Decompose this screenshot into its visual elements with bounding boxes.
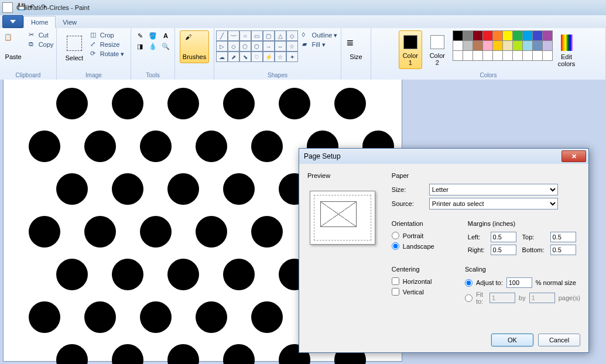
dialog-titlebar[interactable]: Page Setup ✕ <box>299 149 588 164</box>
fill-icon: ▰ <box>302 40 310 49</box>
paper-size-select[interactable]: Letter <box>429 184 558 195</box>
redo-icon[interactable]: ↷ <box>41 3 50 12</box>
paper-source-select[interactable]: Printer auto select <box>429 198 558 210</box>
margins-label: Margins (inches) <box>468 220 576 227</box>
fill-tool-icon[interactable]: 🪣 <box>148 30 158 41</box>
paper-label: Paper <box>392 172 580 179</box>
text-tool-icon[interactable]: A <box>160 30 171 41</box>
color-swatch[interactable] <box>453 40 463 51</box>
crop-icon: ◫ <box>90 31 98 39</box>
shape-outline-button[interactable]: ◊Outline ▾ <box>300 30 340 40</box>
fit-to-radio[interactable] <box>465 294 473 302</box>
color-swatch[interactable] <box>542 30 553 41</box>
margin-top-input[interactable] <box>550 232 576 242</box>
eraser-tool-icon[interactable]: ◨ <box>135 41 145 51</box>
copy-button[interactable]: ⧉Copy <box>27 40 56 49</box>
color-swatch[interactable] <box>463 50 473 61</box>
calibration-dot <box>84 216 116 248</box>
color-swatch[interactable] <box>482 30 493 41</box>
color-swatch[interactable] <box>502 30 513 41</box>
color-swatch[interactable] <box>463 30 473 41</box>
cut-button[interactable]: ✂Cut <box>27 30 56 40</box>
color-swatch[interactable] <box>532 50 543 61</box>
size-icon: ≡ <box>347 33 365 52</box>
calibration-dot <box>140 216 172 248</box>
group-clipboard: 📋 Paste ✂Cut ⧉Copy Clipboard <box>0 28 57 80</box>
brushes-button[interactable]: 🖌 Brushes <box>180 30 209 63</box>
adjust-to-input[interactable] <box>506 277 532 288</box>
calibration-dot <box>251 301 283 333</box>
portrait-radio[interactable] <box>392 232 399 239</box>
centering-label: Centering <box>392 266 447 273</box>
tab-view[interactable]: View <box>56 16 84 28</box>
color-swatch[interactable] <box>542 50 553 61</box>
calibration-dot <box>29 131 60 162</box>
crop-button[interactable]: ◫Crop <box>88 30 126 40</box>
color-swatch[interactable] <box>453 30 463 41</box>
color-swatch[interactable] <box>512 30 523 41</box>
calibration-dot <box>223 259 255 290</box>
save-icon[interactable]: 💾 <box>18 3 27 12</box>
pencil-tool-icon[interactable]: ✎ <box>135 30 145 41</box>
color-swatch[interactable] <box>502 50 513 61</box>
rotate-button[interactable]: ⟳Rotate ▾ <box>88 49 126 59</box>
margin-right-input[interactable] <box>491 245 516 255</box>
color-swatch[interactable] <box>482 50 493 61</box>
paste-button[interactable]: 📋 Paste <box>1 30 26 63</box>
calibration-dot <box>223 173 255 205</box>
magnifier-tool-icon[interactable]: 🔍 <box>160 41 171 51</box>
color-swatch[interactable] <box>532 40 543 51</box>
edit-colors-button[interactable]: Edit colors <box>555 30 578 70</box>
calibration-dot <box>140 131 172 162</box>
adjust-to-radio[interactable] <box>465 279 473 287</box>
color-swatch[interactable] <box>473 50 483 61</box>
color2-button[interactable]: Color 2 <box>426 30 449 69</box>
picker-tool-icon[interactable]: 💧 <box>148 41 158 51</box>
margin-left-input[interactable] <box>491 232 516 242</box>
size-button[interactable]: ≡ Size <box>344 30 368 63</box>
shape-fill-button[interactable]: ▰Fill ▾ <box>300 40 340 49</box>
group-image: Select ◫Crop ⤢Resize ⟳Rotate ▾ Image <box>57 28 131 80</box>
cancel-button[interactable]: Cancel <box>538 334 580 346</box>
center-vertical-check[interactable] <box>392 288 399 296</box>
color1-button[interactable]: Color 1 <box>399 30 422 69</box>
calibration-dot <box>167 173 199 205</box>
outline-icon: ◊ <box>302 31 310 39</box>
landscape-radio[interactable] <box>392 242 399 250</box>
shapes-gallery[interactable]: ╱〰○▭▢△◇ ▷◇⬠⬡→↔☆ ☁⬈⬊♡⚡☆✦ <box>216 30 297 61</box>
color-swatch[interactable] <box>482 40 493 51</box>
color-swatch[interactable] <box>453 50 463 61</box>
edit-colors-icon <box>561 35 573 51</box>
resize-button[interactable]: ⤢Resize <box>88 40 126 49</box>
color-swatch[interactable] <box>542 40 553 51</box>
color-swatch[interactable] <box>532 30 543 41</box>
select-button[interactable]: Select <box>61 30 87 64</box>
undo-icon[interactable]: ↶ <box>29 3 39 12</box>
color-swatch[interactable] <box>522 50 533 61</box>
group-colors: Color 1 Color 2 Edit colors Colors <box>371 28 606 80</box>
calibration-dot <box>196 131 227 162</box>
color-swatch[interactable] <box>522 30 533 41</box>
color-swatches[interactable] <box>453 30 552 60</box>
color1-swatch <box>403 35 417 49</box>
color-swatch[interactable] <box>473 40 483 51</box>
color-swatch[interactable] <box>463 40 473 51</box>
calibration-dot <box>56 259 88 290</box>
dialog-close-button[interactable]: ✕ <box>562 150 586 162</box>
ok-button[interactable]: OK <box>491 334 533 346</box>
color-swatch[interactable] <box>512 40 523 51</box>
margin-bottom-input[interactable] <box>550 245 576 255</box>
color-swatch[interactable] <box>492 40 503 51</box>
color-swatch[interactable] <box>502 40 513 51</box>
scaling-label: Scaling <box>465 266 580 273</box>
color-swatch[interactable] <box>512 50 523 61</box>
color-swatch[interactable] <box>522 40 533 51</box>
center-horizontal-check[interactable] <box>392 277 399 285</box>
file-menu-button[interactable] <box>2 15 23 28</box>
tab-home[interactable]: Home <box>23 16 56 28</box>
size-label: Size: <box>392 186 426 193</box>
fit-x-input <box>489 293 515 303</box>
color-swatch[interactable] <box>492 50 503 61</box>
color-swatch[interactable] <box>492 30 503 41</box>
color-swatch[interactable] <box>473 30 483 41</box>
